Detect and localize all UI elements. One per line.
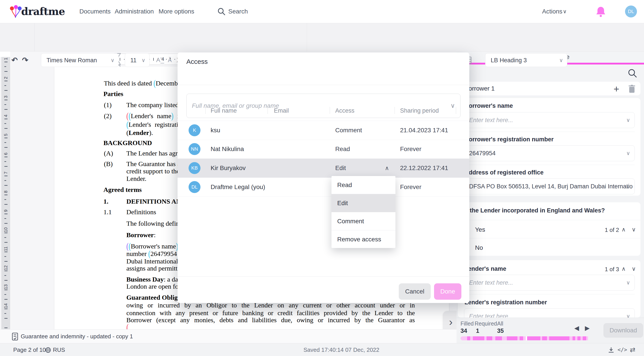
column-header: Email	[274, 107, 289, 114]
lender-card: Lender's name 1 of 3 ∧ ∨ Enter text here…	[458, 260, 640, 318]
ruler-tick	[4, 299, 8, 300]
chevron-down-icon: ∨	[563, 0, 567, 23]
ruler-tick	[4, 294, 6, 295]
logo-wordmark[interactable]: draftme	[21, 0, 65, 23]
row-sharing-period: Forever	[400, 140, 421, 158]
font-size-select[interactable]: 11∨	[125, 53, 150, 67]
user-avatar[interactable]: DL	[625, 6, 637, 18]
access-modal: Access Full name, email or group name ∨ …	[178, 53, 469, 303]
download-button[interactable]: Download	[604, 323, 643, 338]
column-divider	[394, 107, 395, 114]
sync-icon[interactable]: ⇄	[630, 343, 636, 356]
ruler-number: 2	[3, 75, 8, 81]
menu-item-edit[interactable]: Edit	[332, 194, 396, 212]
trash-icon[interactable]	[628, 85, 635, 93]
menu-item-read[interactable]: Read	[332, 176, 396, 194]
row-access[interactable]: Read	[335, 140, 350, 158]
row-access[interactable]: Comment	[335, 121, 362, 140]
share-search-input[interactable]: Full name, email or group name ∨	[186, 94, 460, 118]
paragraph-style-select[interactable]: LB Heading 3∨	[485, 53, 567, 67]
placeholder-bracket: (	[154, 78, 156, 89]
registered-office-input[interactable]: DFSA PO Box 506513, Level 14, Burj Daman…	[464, 179, 635, 194]
ruler-number: 8	[3, 189, 8, 195]
row-access[interactable]: Edit	[335, 158, 346, 177]
lenders-name-input[interactable]: Enter text here... ∨	[464, 275, 635, 291]
menu-item-remove-access[interactable]: Remove access	[332, 230, 396, 248]
progress-segment	[586, 336, 588, 340]
borrowers-registration-input[interactable]: 26479954 ∨	[464, 145, 635, 161]
nav-item-documents[interactable]: Documents	[80, 0, 111, 23]
nav-item-administration[interactable]: Administration	[115, 0, 154, 23]
cancel-button[interactable]: Cancel	[399, 283, 431, 300]
table-row[interactable]: KBKir BuryakovEdit∧22.12.2022 17:41	[178, 158, 469, 178]
add-group-icon[interactable]: +	[614, 83, 619, 95]
table-row[interactable]: NNNat NikulinaReadForever	[178, 140, 469, 159]
field-label: Address of registered office	[464, 169, 544, 176]
ruler-number: 5	[3, 132, 8, 138]
ruler-tick	[4, 261, 8, 262]
column-divider	[268, 107, 268, 114]
ruler-tick	[4, 180, 6, 181]
increase-font-icon[interactable]: Aˇ̲	[154, 53, 164, 67]
download-icon[interactable]	[608, 347, 614, 353]
done-button[interactable]: Done	[434, 283, 462, 300]
ruler-tick	[124, 59, 124, 60]
document-text-line: 1.1	[104, 208, 112, 216]
lenders-registration-input[interactable]: Enter text here... ∨	[464, 308, 635, 318]
ruler-number: 10	[3, 227, 8, 233]
table-row[interactable]: KksuComment21.04.2023 17:41	[178, 121, 469, 140]
progress-segment	[470, 336, 473, 340]
page-indicator[interactable]: Page 2 of 10	[13, 343, 46, 356]
next-field-icon[interactable]: ▶	[585, 324, 590, 332]
progress-segment	[460, 336, 467, 340]
row-name: Kir Buryakov	[210, 158, 246, 177]
progress-segment	[547, 336, 549, 340]
table-row[interactable]: DLDraftme Legal (you)Forever	[178, 177, 469, 197]
search-icon[interactable]	[217, 7, 226, 16]
chevron-up-icon[interactable]: ∧	[385, 158, 389, 177]
document-text-line: (B)	[104, 160, 113, 168]
question-counter: 1 of 2	[605, 227, 619, 233]
status-bar: Page 2 of 10 RUS Saved 17:40:14 07 Dec, …	[0, 343, 644, 356]
decrease-font-icon[interactable]: Ǎ	[165, 53, 175, 67]
chevron-up-icon[interactable]: ∧	[622, 265, 626, 272]
ruler-tick	[4, 313, 6, 314]
document-text-line: (	[126, 323, 128, 329]
progress-segment	[518, 336, 520, 340]
borrowers-name-input[interactable]: Enter text here... ∨	[464, 112, 635, 128]
search-label[interactable]: Search	[228, 0, 248, 23]
ruler-number: 11	[3, 246, 8, 252]
option-label[interactable]: No	[475, 244, 483, 251]
row-name: Draftme Legal (you)	[210, 177, 265, 197]
sidebar-search-icon[interactable]	[628, 68, 638, 78]
undo-button[interactable]: ↶	[10, 53, 20, 67]
progress-segment	[507, 336, 518, 340]
document-text-line: (1)	[104, 101, 112, 109]
ruler-tick	[4, 85, 6, 86]
redo-button[interactable]: ↷	[20, 53, 30, 67]
chevron-down-icon: ∨	[450, 94, 455, 118]
font-family-select[interactable]: Times New Roman∨	[41, 53, 119, 67]
document-text-line: Definitions	[126, 208, 156, 216]
toolbar-divider	[34, 23, 35, 51]
chevron-up-icon[interactable]: ∧	[622, 226, 626, 233]
code-icon[interactable]: </>	[618, 343, 627, 356]
actions-button[interactable]: Actions	[542, 0, 562, 23]
chevron-down-icon[interactable]: ∨	[632, 226, 636, 233]
notifications-bell-icon[interactable]	[596, 6, 606, 17]
chevron-down-icon[interactable]: ∨	[632, 265, 636, 272]
column-divider	[330, 107, 330, 114]
prev-field-icon[interactable]: ◀	[574, 324, 579, 332]
document-tab-title[interactable]: Guarantee and indemnity - updated - copy…	[21, 329, 133, 343]
avatar: K	[188, 124, 200, 136]
progress-segment	[484, 336, 486, 340]
option-label[interactable]: Yes	[475, 226, 485, 233]
progress-segment	[572, 336, 575, 340]
menu-item-comment[interactable]: Comment	[332, 212, 396, 230]
document-text-line: (A)	[104, 149, 113, 157]
draftme-logo-icon	[10, 5, 22, 19]
ruler-number: 7	[3, 170, 8, 176]
language-indicator[interactable]: RUS	[53, 343, 65, 356]
nav-item-more-options[interactable]: More options	[158, 0, 194, 23]
field-label: Lender's name	[464, 265, 506, 272]
